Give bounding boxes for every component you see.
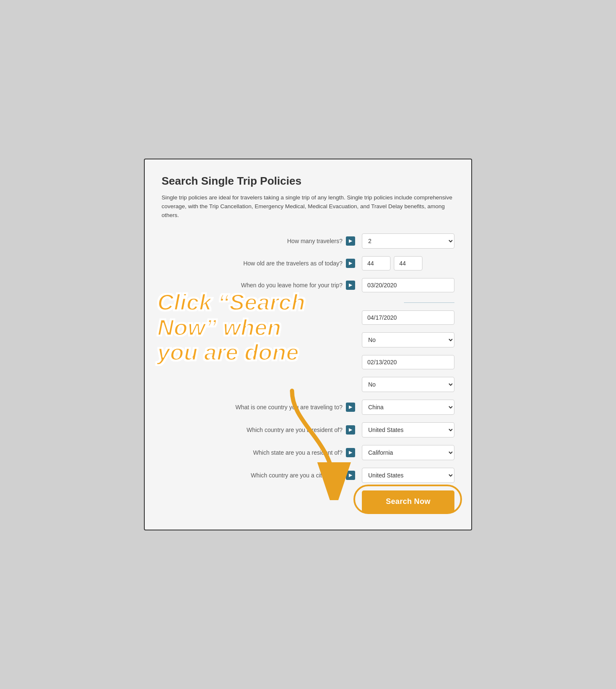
no2-row: No Yes [162,377,454,392]
destination-input-area: China United States United Kingdom Franc… [362,400,454,415]
return-input-area [362,310,454,325]
resident-country-input-area: United States United Kingdom Canada [362,422,454,437]
no1-select[interactable]: No Yes [362,332,454,347]
travelers-help-icon[interactable]: ▶ [346,236,355,246]
depart-date-input[interactable] [362,278,454,292]
form-section: How many travelers? ▶ 2 1 3 4 How old ar… [162,233,454,513]
travelers-label: How many travelers? [287,238,343,244]
travelers-select[interactable]: 2 1 3 4 [362,233,454,249]
no2-select[interactable]: No Yes [362,377,454,392]
citizen-input-area: United States United Kingdom Canada [362,468,454,483]
destination-row: What is one country you are traveling to… [162,400,454,415]
depart-label: When do you leave home for your trip? [241,282,343,289]
travelers-label-area: How many travelers? ▶ [162,236,355,246]
resident-state-help-icon[interactable]: ▶ [346,448,355,457]
age-label-area: How old are the travelers as of today? ▶ [162,259,355,268]
no1-input-area: No Yes [362,332,454,347]
page-title: Search Single Trip Policies [162,175,454,188]
no1-row: No Yes [162,332,454,347]
search-now-button[interactable]: Search Now [362,490,454,513]
destination-help-icon[interactable]: ▶ [346,403,355,412]
return-date-input[interactable] [362,310,454,325]
deposit-date-input[interactable] [362,355,454,369]
resident-state-input-area: California New York Texas Florida [362,445,454,460]
resident-country-label: Which country are you a resident of? [247,427,343,433]
citizen-label-area: Which country are you a citizen of? ▶ [162,471,355,480]
main-card: Click “Search Now” when you are done Sea… [144,159,472,530]
resident-state-label: Which state are you a resident of? [253,449,343,456]
destination-label: What is one country you are traveling to… [236,404,343,411]
deposit-row [162,355,454,369]
page-description: Single trip policies are ideal for trave… [162,193,454,220]
age2-input[interactable] [394,256,422,270]
section-divider [404,302,454,303]
citizen-select[interactable]: United States United Kingdom Canada [362,468,454,483]
resident-country-help-icon[interactable]: ▶ [346,425,355,435]
age-row: How old are the travelers as of today? ▶ [162,256,454,270]
resident-country-label-area: Which country are you a resident of? ▶ [162,425,355,435]
citizen-label: Which country are you a citizen of? [251,472,343,479]
age-label: How old are the travelers as of today? [243,260,343,267]
no2-input-area: No Yes [362,377,454,392]
depart-row: When do you leave home for your trip? ▶ [162,278,454,292]
age-help-icon[interactable]: ▶ [346,259,355,268]
resident-country-row: Which country are you a resident of? ▶ U… [162,422,454,437]
resident-state-row: Which state are you a resident of? ▶ Cal… [162,445,454,460]
depart-label-area: When do you leave home for your trip? ▶ [162,281,355,290]
search-btn-wrapper: Search Now [162,490,454,513]
resident-state-label-area: Which state are you a resident of? ▶ [162,448,355,457]
travelers-input-area: 2 1 3 4 [362,233,454,249]
depart-help-icon[interactable]: ▶ [346,281,355,290]
travelers-row: How many travelers? ▶ 2 1 3 4 [162,233,454,249]
depart-input-area [362,278,454,292]
destination-label-area: What is one country you are traveling to… [162,403,355,412]
divider-row [162,300,454,310]
age1-input[interactable] [362,256,390,270]
resident-country-select[interactable]: United States United Kingdom Canada [362,422,454,437]
resident-state-select[interactable]: California New York Texas Florida [362,445,454,460]
deposit-input-area [362,355,454,369]
age-input-area [362,256,454,270]
citizen-help-icon[interactable]: ▶ [346,471,355,480]
destination-select[interactable]: China United States United Kingdom Franc… [362,400,454,415]
return-row [162,310,454,325]
citizen-row: Which country are you a citizen of? ▶ Un… [162,468,454,483]
